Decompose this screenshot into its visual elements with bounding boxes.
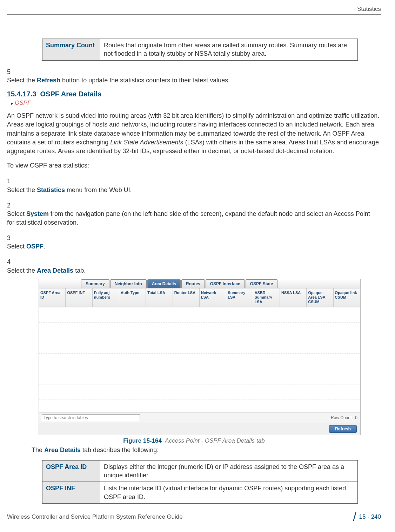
step-text: Select the Area Details tab. (7, 266, 375, 275)
figure-label: Figure 15-164 (123, 437, 162, 444)
section-heading: 15.4.17.3 OSPF Area Details (7, 90, 381, 98)
column-header[interactable]: Opaque link CSUM (334, 288, 360, 307)
step-number: 4 (7, 258, 17, 266)
section-title: OSPF Area Details (40, 90, 102, 98)
section-number: 15.4.17.3 (7, 90, 36, 98)
step-5: 5 Select the Refresh button to update th… (7, 68, 381, 85)
step-number: 5 (7, 68, 17, 76)
text-post: tab. (73, 267, 86, 274)
step: 1Select the Statistics menu from the Web… (7, 177, 381, 194)
paragraph-view-instructions: To view OSPF area statistics: (7, 161, 381, 170)
step-text: Select OSPF. (7, 242, 375, 251)
tab-bar: SummaryNeighbor InfoArea DetailsRoutesOS… (39, 279, 360, 288)
text-pre: Select the (7, 77, 37, 84)
text-post: button to update the statistics counters… (60, 77, 230, 84)
tab-area-details[interactable]: Area Details (147, 279, 181, 288)
desc-cell: Displays either the integer (numeric ID)… (100, 460, 358, 482)
para-em: Link State Advertisements (110, 139, 183, 146)
keyword: System (26, 210, 49, 217)
column-headers: OSPF Area IDOSPF INFFully adj numbersAut… (39, 288, 360, 307)
keyword: Area Details (37, 267, 73, 274)
column-header[interactable]: Opaque Area LSA CSUM (307, 288, 333, 307)
step-number: 3 (7, 234, 17, 242)
tab-routes[interactable]: Routes (181, 279, 205, 288)
row-count-label: Row Count: (331, 415, 353, 420)
table-row (39, 323, 360, 338)
table-row (39, 369, 360, 384)
term-cell: Summary Count (42, 39, 100, 61)
table-row (39, 384, 360, 400)
step-text: Select the Refresh button to update the … (7, 76, 375, 84)
step: 3Select OSPF. (7, 234, 381, 251)
column-header[interactable]: Network LSA (200, 288, 226, 307)
tab-ospf-state[interactable]: OSPF State (246, 279, 277, 288)
step: 2Select System from the navigation pane … (7, 201, 381, 227)
figure-text: Access Point - OSPF Area Details tab (165, 437, 265, 444)
column-header[interactable]: NSSA LSA (280, 288, 307, 307)
column-header[interactable]: OSPF INF (66, 288, 92, 307)
table-row (39, 354, 360, 369)
paragraph-area-details-intro: The Area Details tab describes the follo… (32, 446, 381, 455)
table-row (39, 338, 360, 354)
figure-caption: Figure 15-164 Access Point - OSPF Area D… (7, 437, 381, 444)
area-details-screenshot: SummaryNeighbor InfoArea DetailsRoutesOS… (39, 279, 361, 435)
text-post: menu from the Web UI. (65, 186, 132, 193)
page-number-text: 15 - 240 (359, 513, 381, 520)
column-header[interactable]: OSPF Area ID (39, 288, 66, 307)
para3-b: tab describes the following: (81, 446, 159, 453)
column-header[interactable]: Summary LSA (226, 288, 253, 307)
refresh-button[interactable]: Refresh (329, 425, 357, 433)
breadcrumb: OSPF (11, 100, 381, 107)
column-header[interactable]: ASBR Summary LSA (253, 288, 280, 307)
slash-icon: / (353, 510, 356, 524)
column-header[interactable]: Auth Type (119, 288, 146, 307)
paragraph-ospf-intro: An OSPF network is subdivided into routi… (7, 111, 381, 156)
term-cell: OSPF INF (42, 482, 100, 504)
step-text: Select System from the navigation pane (… (7, 210, 375, 227)
keyword: Statistics (37, 186, 65, 193)
desc-cell: Lists the interface ID (virtual interfac… (100, 482, 358, 504)
step-number: 1 (7, 177, 17, 185)
column-header[interactable]: Router LSA (173, 288, 200, 307)
row-count-value: 0 (355, 415, 357, 420)
column-header[interactable]: Total LSA (146, 288, 173, 307)
tab-summary[interactable]: Summary (81, 279, 109, 288)
tab-ospf-interface[interactable]: OSPF Interface (206, 279, 245, 288)
desc-cell: Routes that originate from other areas a… (100, 39, 358, 61)
header-section: Statistics (357, 6, 381, 13)
table-footer: Row Count: 0 (39, 412, 360, 423)
tab-neighbor-info[interactable]: Neighbor Info (110, 279, 147, 288)
column-header[interactable]: Fully adj numbers (93, 288, 119, 307)
header-rule (7, 14, 381, 15)
footer-title: Wireless Controller and Service Platform… (7, 513, 183, 520)
refresh-keyword: Refresh (37, 77, 60, 84)
search-input[interactable] (42, 414, 140, 421)
term-cell: OSPF Area ID (42, 460, 100, 482)
area-details-keyword: Area Details (44, 446, 81, 453)
table-body (39, 307, 360, 412)
table-row (39, 307, 360, 323)
text-pre: Select the (7, 267, 37, 274)
step: 4Select the Area Details tab. (7, 258, 381, 275)
refresh-row: Refresh (39, 423, 360, 435)
text-post: . (43, 243, 45, 250)
page-footer: Wireless Controller and Service Platform… (7, 510, 381, 524)
step-number: 2 (7, 201, 17, 210)
keyword: OSPF (26, 243, 43, 250)
text-pre: Select (7, 210, 26, 217)
definition-table-summary-count: Summary Count Routes that originate from… (42, 39, 358, 61)
para3-a: The (32, 446, 44, 453)
page-number: / 15 - 240 (353, 510, 381, 524)
step-text: Select the Statistics menu from the Web … (7, 186, 375, 194)
text-pre: Select the (7, 186, 37, 193)
text-pre: Select (7, 243, 26, 250)
row-count: Row Count: 0 (331, 415, 357, 420)
text-post: from the navigation pane (on the left-ha… (7, 210, 370, 226)
definition-table-area-details: OSPF Area ID Displays either the integer… (42, 460, 358, 504)
